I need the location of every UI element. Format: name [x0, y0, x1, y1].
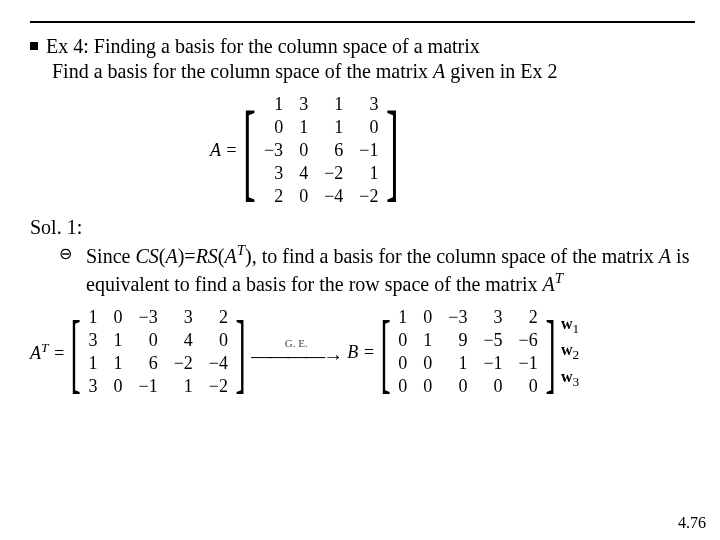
bullet-icon [30, 42, 38, 50]
matrix-B-label: B = [347, 342, 375, 363]
matrix-AT-label: AT = [30, 340, 65, 364]
slide: Ex 4: Finding a basis for the column spa… [0, 0, 720, 540]
matrix-A: A = [ 1313 0110 −306−1 34−21 20−4−2 ] [210, 93, 690, 208]
matrix-AT-table: 10−332 31040 116−2−4 30−11−2 [80, 306, 235, 398]
right-bracket-icon: ] [545, 313, 555, 392]
ge-arrow: G. E. ————→ [251, 337, 341, 368]
arrow-icon: ————→ [251, 345, 341, 368]
sub-prefix: Find a basis for the column space of the… [52, 60, 433, 82]
w2-label: w2 [561, 341, 579, 363]
chain-icon: ⊖ [30, 241, 76, 263]
top-rule [30, 21, 695, 23]
sub-suffix: given in Ex 2 [445, 60, 557, 82]
right-bracket-icon: ] [235, 313, 245, 392]
explanation-text: Since CS(A)=RS(AT), to find a basis for … [76, 241, 690, 296]
example-subtitle: Find a basis for the column space of the… [30, 60, 690, 83]
sub-A: A [433, 60, 445, 82]
matrix-B-table: 10−332 019−5−6 001−1−1 00000 [390, 306, 545, 398]
w3-label: w3 [561, 368, 579, 390]
solution-label: Sol. 1: [30, 216, 690, 239]
explanation-row: ⊖ Since CS(A)=RS(AT), to find a basis fo… [30, 241, 690, 296]
left-bracket-icon: [ [243, 102, 256, 199]
page-number: 4.76 [678, 514, 706, 532]
matrix-A-table: 1313 0110 −306−1 34−21 20−4−2 [256, 93, 386, 208]
bottom-equation: AT = [ 10−332 31040 116−2−4 30−11−2 ] G.… [30, 306, 690, 398]
matrix-AT-body: [ 10−332 31040 116−2−4 30−11−2 ] [71, 306, 245, 398]
w1-label: w1 [561, 315, 579, 337]
heading-text: Ex 4: Finding a basis for the column spa… [46, 33, 480, 60]
matrix-A-label: A = [210, 140, 237, 161]
matrix-B-body: [ 10−332 019−5−6 001−1−1 00000 ] [381, 306, 555, 398]
left-bracket-icon: [ [71, 313, 81, 392]
row-vector-labels: w1 w2 w3 [561, 312, 579, 392]
example-heading: Ex 4: Finding a basis for the column spa… [30, 33, 690, 60]
left-bracket-icon: [ [380, 313, 390, 392]
right-bracket-icon: ] [386, 102, 399, 199]
matrix-A-body: [ 1313 0110 −306−1 34−21 20−4−2 ] [243, 93, 399, 208]
